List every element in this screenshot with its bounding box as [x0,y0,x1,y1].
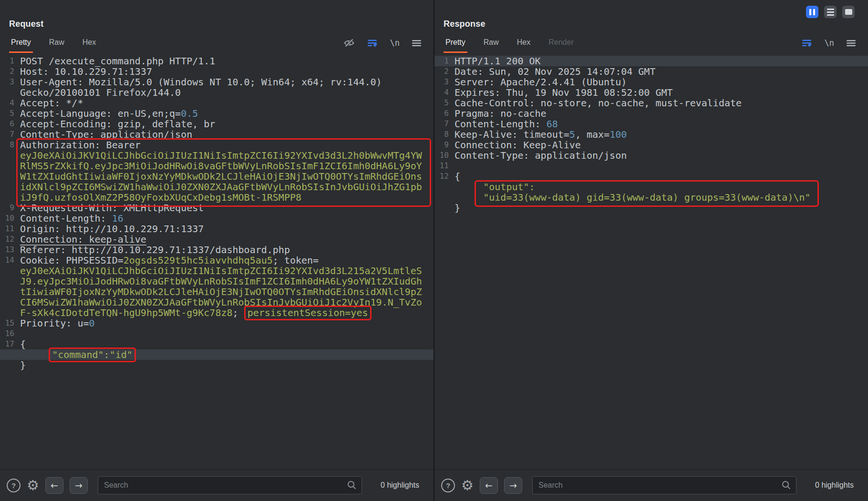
menu-icon[interactable] [412,38,421,48]
request-search [98,476,362,494]
line-number: 17 [0,339,14,349]
line-number: 9 [0,203,14,213]
code-row: 1HTTP/1.1 200 OK [434,56,868,66]
code-row: 7Content-Type: application/json [0,129,434,140]
layout-controls [806,6,855,18]
code-row: 12{ [434,171,868,182]
code-row: "output": [434,182,868,192]
tab-hex[interactable]: Hex [81,38,98,53]
search-prev-button[interactable]: ← [45,477,63,494]
line-number: 7 [0,129,14,140]
search-icon [782,481,791,492]
code-row: eyJ0eXAiOiJKV1QiLCJhbGciOiJIUzI1NiIsImtp… [0,150,434,161]
request-toolbar: \n [343,38,421,53]
request-tabbar: PrettyRawHex [0,33,434,53]
hide-matches-eye-icon[interactable] [343,38,355,48]
line-number: 7 [434,119,449,129]
line-number: 15 [0,318,14,328]
code-row: 9Connection: Keep-Alive [434,140,868,150]
code-row: iJ9fQ.uzfosOlXmZ2P58OyFoxbXUqCxDebg1sMOB… [0,192,434,203]
code-row: 6Accept-Encoding: gzip, deflate, br [0,119,434,129]
line-number [0,297,14,307]
code-row: Gecko/20100101 Firefox/144.0 [0,87,434,98]
line-number [0,150,14,161]
code-row: 10Content-Length: 16 [0,213,434,224]
line-number: 5 [434,98,449,108]
code-row: 6Pragma: no-cache [434,108,868,119]
settings-gear-icon[interactable]: ⚙ [27,479,39,492]
code-row: RlMS5rZXkifQ.eyJpc3MiOiJodHRwOi8vaGFtbWV… [0,161,434,171]
line-number [434,192,449,203]
tab-raw[interactable]: Raw [47,38,66,53]
line-number [0,192,14,203]
line-number: 8 [434,129,449,140]
code-row: 3User-Agent: Mozilla/5.0 (Windows NT 10.… [0,77,434,87]
layout-tabs-button[interactable] [842,6,855,18]
code-row: J9.eyJpc3MiOiJodHRwOi8vaGFtbWVyLnRobSIsI… [0,276,434,286]
code-row: 8Keep-Alive: timeout=5, max=100 [434,129,868,140]
settings-gear-icon[interactable]: ⚙ [461,479,474,492]
code-row: W1tZXIudGhtIiwiaWF0IjoxNzYyMDkwODk2LCJle… [0,171,434,182]
request-footer: ? ⚙ ← → 0 highlights [0,469,434,501]
response-editor[interactable]: 1HTTP/1.1 200 OK2Date: Sun, 02 Nov 2025 … [434,53,868,469]
menu-icon[interactable] [847,38,856,48]
line-number: 2 [0,66,14,77]
help-icon[interactable]: ? [7,479,21,492]
line-number [434,203,449,213]
request-editor[interactable]: 1POST /execute_command.php HTTP/1.12Host… [0,53,434,469]
code-row: 1POST /execute_command.php HTTP/1.1 [0,56,434,66]
code-row: 5Accept-Language: en-US,en;q=0.5 [0,108,434,119]
line-number: 5 [0,108,14,119]
search-input[interactable] [532,476,796,494]
code-row: 2Date: Sun, 02 Nov 2025 14:07:04 GMT [434,66,868,77]
wrap-lines-icon[interactable] [367,38,378,48]
show-newlines-icon[interactable]: \n [390,38,400,48]
code-row: 9X-Requested-With: XMLHttpRequest [0,203,434,213]
line-number: 11 [434,161,449,171]
line-number [0,87,14,98]
layout-rows-button[interactable] [824,6,837,18]
highlights-count: 0 highlights [381,481,419,490]
wrap-lines-icon[interactable] [802,38,812,48]
highlights-count: 0 highlights [815,481,854,490]
line-number: 2 [434,66,449,77]
newline-label: \n [825,38,834,48]
line-number: 11 [0,224,14,234]
request-tabs: PrettyRawHex [9,38,112,53]
response-panel: Response PrettyRawHexRender \n [434,0,868,501]
tab-raw[interactable]: Raw [482,38,501,53]
response-search [532,476,796,494]
code-row: 7Content-Length: 68 [434,119,868,129]
code-row: 3Server: Apache/2.4.41 (Ubuntu) [434,77,868,87]
response-tabbar: PrettyRawHexRender \n [434,33,868,53]
show-newlines-icon[interactable]: \n [825,38,834,48]
tab-pretty[interactable]: Pretty [444,38,467,53]
code-row: 16 [0,328,434,339]
line-number: 6 [0,119,14,129]
line-number: 10 [0,213,14,224]
line-number [0,349,14,360]
line-number: 13 [0,245,14,255]
code-row: 10Content-Type: application/json [434,150,868,161]
tab-hex[interactable]: Hex [515,38,532,53]
response-panel-title: Response [444,19,868,29]
code-row: tIiwiaWF0IjoxNzYyMDkwODk2LCJleHAiOjE3NjI… [0,286,434,297]
line-number: 1 [434,56,449,66]
line-number: 16 [0,328,14,339]
help-icon[interactable]: ? [441,479,455,492]
tab-pretty[interactable]: Pretty [9,38,33,53]
line-number [434,182,449,192]
code-row: "uid=33(www-data) gid=33(www-data) group… [434,192,868,203]
request-header: Request PrettyRawHex [0,0,434,53]
line-number: 12 [0,234,14,245]
search-prev-button[interactable]: ← [480,477,498,494]
search-next-button[interactable]: → [70,477,88,494]
layout-columns-button[interactable] [806,6,818,18]
search-icon [347,481,357,492]
search-next-button[interactable]: → [504,477,522,494]
line-number [0,276,14,286]
code-row: 4Expires: Thu, 19 Nov 1981 08:52:00 GMT [434,87,868,98]
search-input[interactable] [98,476,362,494]
line-number: 1 [0,56,14,66]
line-number [0,307,14,318]
